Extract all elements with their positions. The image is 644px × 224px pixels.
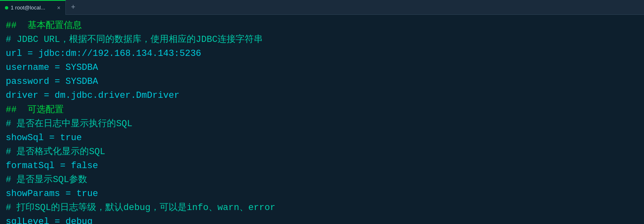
new-tab-button[interactable]: + <box>67 2 79 13</box>
editor-line: username = SYSDBA <box>6 61 638 75</box>
editor-line: # 是否显示SQL参数 <box>6 173 638 187</box>
editor-line: ## 基本配置信息 <box>6 19 638 33</box>
editor-line: url = jdbc:dm://192.168.134.143:5236 <box>6 47 638 61</box>
editor-line: formatSql = false <box>6 159 638 173</box>
title-bar: 1 root@local... × + <box>0 0 644 15</box>
editor-line: # JDBC URL，根据不同的数据库，使用相应的JDBC连接字符串 <box>6 33 638 47</box>
tab-dot <box>5 6 8 9</box>
editor-line: driver = dm.jdbc.driver.DmDriver <box>6 89 638 103</box>
editor-line: showParams = true <box>6 187 638 201</box>
editor-line: # 是否格式化显示的SQL <box>6 145 638 159</box>
active-tab[interactable]: 1 root@local... × <box>0 0 66 15</box>
editor-area: ## 基本配置信息# JDBC URL，根据不同的数据库，使用相应的JDBC连接… <box>0 15 644 224</box>
editor-line: # 是否在日志中显示执行的SQL <box>6 117 638 131</box>
editor-line: showSql = true <box>6 131 638 145</box>
editor-line: password = SYSDBA <box>6 75 638 89</box>
editor-line: # 打印SQL的日志等级，默认debug，可以是info、warn、error <box>6 201 638 215</box>
editor-line: sqlLevel = debug <box>6 215 638 224</box>
editor-line: ## 可选配置 <box>6 103 638 117</box>
tab-close-icon[interactable]: × <box>57 5 60 11</box>
tab-label: 1 root@local... <box>11 5 45 11</box>
